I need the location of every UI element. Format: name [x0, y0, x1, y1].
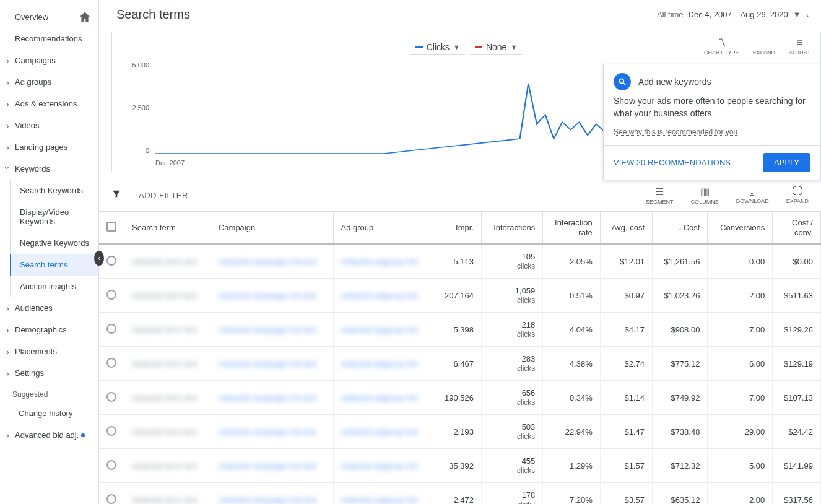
impr-cell: 2,472 — [433, 483, 482, 504]
table-row[interactable]: redacted term textredacted campaign link… — [99, 449, 821, 483]
expand-icon: ⛶ — [793, 186, 802, 197]
row-checkbox[interactable] — [106, 290, 116, 300]
interactions-cell: 283clicks — [489, 354, 535, 373]
sidebar-item-settings[interactable]: Settings — [0, 362, 98, 384]
recommendation-why-link[interactable]: See why this is recommended for you — [614, 128, 737, 136]
impr-cell: 5,113 — [433, 244, 482, 278]
chart-adjust-button[interactable]: ≡ADJUST — [789, 37, 810, 56]
col-interaction-rate[interactable]: Interactionrate — [543, 212, 600, 244]
checkbox-icon[interactable] — [106, 222, 116, 232]
sidebar-sub-search-terms[interactable]: Search terms — [10, 254, 98, 276]
table-row[interactable]: redacted term textredacted campaign link… — [99, 415, 821, 449]
col-conversions[interactable]: Conversions — [708, 212, 773, 244]
add-filter-button[interactable]: ADD FILTER — [139, 191, 188, 200]
table-row[interactable]: redacted term textredacted campaign link… — [99, 279, 821, 313]
col-checkbox[interactable] — [99, 212, 124, 244]
metric-selector-2[interactable]: None ▼ — [470, 40, 522, 55]
sidebar-sub-search-keywords[interactable]: Search Keywords — [11, 180, 98, 201]
cost-per-conv-cell: $0.00 — [773, 244, 821, 278]
avg-cost-cell: $2.74 — [600, 347, 652, 381]
sidebar-item-overview[interactable]: Overview — [0, 6, 98, 28]
campaign-cell: redacted campaign link text — [219, 359, 316, 368]
segment-button[interactable]: ☰SEGMENT — [646, 186, 674, 205]
sliders-icon: ≡ — [797, 37, 802, 48]
svg-line-1 — [623, 83, 626, 85]
avg-cost-cell: $0.97 — [600, 279, 652, 313]
sidebar-sub-negative-keywords[interactable]: Negative Keywords — [11, 232, 98, 254]
cost-per-conv-cell: $141.99 — [773, 449, 821, 483]
col-cost[interactable]: ↓Cost — [653, 212, 708, 244]
metric-selector-1[interactable]: Clicks ▼ — [410, 40, 465, 55]
col-impr[interactable]: Impr. — [433, 212, 482, 244]
row-checkbox[interactable] — [106, 460, 116, 470]
table-row[interactable]: redacted term textredacted campaign link… — [99, 347, 821, 381]
col-cost-conv[interactable]: Cost /conv. — [773, 212, 821, 244]
avg-cost-cell: $1.57 — [600, 449, 652, 483]
filter-icon[interactable] — [111, 189, 121, 202]
cost-cell: $749.92 — [653, 381, 708, 415]
row-checkbox[interactable] — [106, 324, 116, 334]
chevron-left-icon[interactable]: ‹ — [806, 10, 809, 19]
sidebar-item-advanced-bid[interactable]: Advanced bid adj. — [0, 424, 98, 446]
cost-per-conv-cell: $107.13 — [773, 381, 821, 415]
interactions-cell: 656clicks — [489, 388, 535, 407]
sidebar-item-recommendations[interactable]: Recommendations — [0, 28, 98, 50]
sidebar-item-audiences[interactable]: Audiences — [0, 297, 98, 319]
campaign-cell: redacted campaign link text — [219, 291, 316, 300]
table-row[interactable]: redacted term textredacted campaign link… — [99, 483, 821, 504]
sidebar-item-ads-extensions[interactable]: Ads & extensions — [0, 93, 98, 115]
row-checkbox[interactable] — [106, 426, 116, 436]
table-row[interactable]: redacted term textredacted campaign link… — [99, 313, 821, 347]
date-range-picker[interactable]: All time Dec 4, 2007 – Aug 29, 2020 ▼ ‹ — [657, 10, 809, 19]
conversions-cell: 0.00 — [708, 244, 773, 278]
chevron-down-icon: ▼ — [510, 43, 517, 51]
sidebar-sub-display-keywords[interactable]: Display/Video Keywords — [11, 201, 98, 232]
main-content: Search terms All time Dec 4, 2007 – Aug … — [99, 0, 821, 504]
columns-button[interactable]: ▥COLUMNS — [691, 186, 719, 205]
search-term-cell: redacted term text — [132, 495, 197, 504]
table-wrapper[interactable]: Search term Campaign Ad group Impr. Inte… — [99, 212, 821, 504]
table-row[interactable]: redacted term textredacted campaign link… — [99, 381, 821, 415]
row-checkbox[interactable] — [106, 494, 116, 504]
conversions-cell: 2.00 — [708, 279, 773, 313]
apply-button[interactable]: APPLY — [763, 153, 810, 172]
sidebar-item-videos[interactable]: Videos — [0, 115, 98, 136]
chart-expand-button[interactable]: ⛶EXPAND — [753, 37, 775, 56]
interaction-rate-cell: 0.34% — [543, 381, 600, 415]
metric-swatch-blue — [415, 46, 423, 48]
table-expand-button[interactable]: ⛶EXPAND — [786, 186, 809, 205]
interactions-cell: 455clicks — [489, 456, 535, 475]
sidebar-sub-auction[interactable]: Auction insights — [11, 276, 98, 297]
cost-per-conv-cell: $511.63 — [773, 279, 821, 313]
sidebar-item-landing[interactable]: Landing pages — [0, 136, 98, 158]
search-term-cell: redacted term text — [132, 325, 197, 334]
sidebar-item-keywords[interactable]: Keywords — [0, 158, 98, 180]
table-row[interactable]: redacted term textredacted campaign link… — [99, 244, 821, 278]
search-terms-table: Search term Campaign Ad group Impr. Inte… — [99, 212, 821, 504]
metric-swatch-red — [475, 46, 482, 48]
row-checkbox[interactable] — [106, 358, 116, 368]
col-adgroup[interactable]: Ad group — [333, 212, 433, 244]
cost-per-conv-cell: $24.42 — [773, 415, 821, 449]
col-avg-cost[interactable]: Avg. cost — [600, 212, 652, 244]
download-button[interactable]: ⭳DOWNLOAD — [736, 186, 769, 205]
interaction-rate-cell: 4.04% — [543, 313, 600, 347]
sidebar-collapse-handle[interactable]: ‹ — [94, 251, 104, 266]
chart-type-button[interactable]: 〽CHART TYPE — [704, 37, 739, 56]
sidebar-item-adgroups[interactable]: Ad groups — [0, 71, 98, 93]
search-term-cell: redacted term text — [132, 291, 197, 300]
col-interactions[interactable]: Interactions — [481, 212, 542, 244]
row-checkbox[interactable] — [106, 392, 116, 402]
sidebar-item-placements[interactable]: Placements — [0, 341, 98, 362]
avg-cost-cell: $12.01 — [600, 244, 652, 278]
row-checkbox[interactable] — [106, 256, 116, 266]
sidebar-item-demographics[interactable]: Demographics — [0, 319, 98, 341]
col-search-term[interactable]: Search term — [124, 212, 211, 244]
view-recommendations-button[interactable]: VIEW 20 RECOMMENDATIONS — [614, 158, 731, 167]
page-title: Search terms — [116, 7, 190, 22]
sidebar-item-change-history[interactable]: Change history — [0, 402, 98, 424]
sidebar-item-campaigns[interactable]: Campaigns — [0, 50, 98, 71]
col-campaign[interactable]: Campaign — [211, 212, 333, 244]
sort-arrow-icon: ↓ — [678, 223, 682, 232]
interaction-rate-cell: 1.29% — [543, 449, 600, 483]
